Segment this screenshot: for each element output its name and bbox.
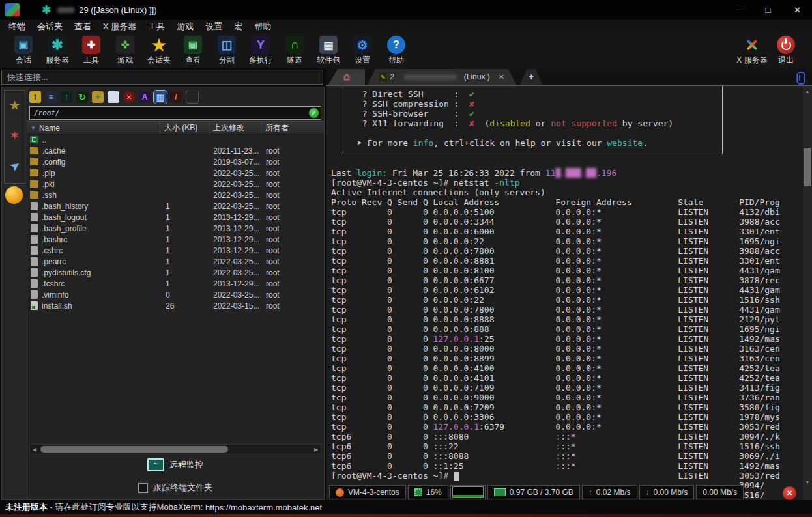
- menu-item-6[interactable]: 设置: [199, 20, 228, 34]
- file-row[interactable]: .bash_profile12013-12-29...root: [27, 223, 324, 234]
- toolbar-games-button[interactable]: ✜游戏: [108, 34, 142, 66]
- titlebar: ✱ 29 ([Jason (Linux) ]]) − □ ✕: [0, 0, 812, 20]
- file-row[interactable]: .pki2022-03-25...root: [27, 178, 324, 189]
- column-header-3[interactable]: 所有者: [261, 122, 324, 134]
- toolbar-packages-button[interactable]: ▤软件包: [312, 34, 345, 66]
- file-row[interactable]: .pydistutils.cfg12022-03-25...root: [27, 267, 324, 278]
- file-row[interactable]: ..: [27, 134, 324, 145]
- multiexec-icon: Y: [252, 36, 270, 54]
- close-button[interactable]: ✕: [783, 0, 812, 20]
- toolbar-tunnel-button[interactable]: ∩隧道: [278, 34, 312, 66]
- menu-item-4[interactable]: 工具: [142, 20, 171, 34]
- maximize-button[interactable]: □: [753, 0, 783, 20]
- file-row[interactable]: .ssh2022-03-25...root: [27, 189, 324, 201]
- menu-item-0[interactable]: 终端: [3, 20, 31, 34]
- new-file-icon[interactable]: [108, 91, 119, 103]
- monitor-icon: ~: [147, 458, 164, 471]
- file-row[interactable]: .pearrc12022-03-25...root: [27, 256, 324, 267]
- terminal-line: tcp 0 0 0.0.0.0:22 0.0.0.0:* LISTEN 1695…: [331, 236, 780, 246]
- minimize-button[interactable]: −: [724, 0, 753, 20]
- toolbar-multiexec-button[interactable]: Y多执行: [244, 34, 278, 66]
- app-logo-icon: [5, 3, 20, 16]
- menu-item-2[interactable]: 查看: [68, 20, 97, 34]
- new-folder-icon[interactable]: +: [92, 91, 104, 103]
- column-header-0[interactable]: ▼Name: [27, 122, 160, 134]
- tab-home[interactable]: ⌂: [328, 69, 365, 85]
- path-input[interactable]: /root/: [30, 109, 309, 117]
- remote-monitoring-button[interactable]: ~ 远程监控: [27, 456, 324, 473]
- menu-bar: 终端会话夹查看X 服务器工具游戏设置宏帮助: [0, 20, 812, 34]
- menu-item-7[interactable]: 宏: [228, 20, 248, 34]
- upload-value: 0.02 Mb/s: [596, 488, 631, 497]
- upload-icon[interactable]: ↑: [61, 91, 72, 103]
- checkbox-icon[interactable]: [138, 483, 148, 493]
- toolbar-settings-button[interactable]: ⚙设置: [345, 34, 379, 66]
- toolbar-split-button[interactable]: ◫分割: [210, 34, 244, 66]
- toolbar-help-label: 帮助: [388, 55, 404, 66]
- scroll-right-button[interactable]: ▶: [312, 445, 321, 454]
- file-icon: [31, 235, 38, 244]
- tab-session-2[interactable]: ✎ 2. (Linux ) ✕: [368, 69, 516, 85]
- file-row[interactable]: .pip2022-03-25...root: [27, 167, 324, 178]
- terminal[interactable]: ? Direct SSH : ✔ ? SSH compression : ✘ ?…: [326, 86, 812, 500]
- file-table-header: ▼Name大小 (KB)上次修改所有者: [27, 121, 324, 135]
- scrollbar-thumb[interactable]: [804, 148, 811, 186]
- hscrollbar-thumb[interactable]: [40, 446, 228, 453]
- upload-slot-icon[interactable]: ≡: [45, 91, 57, 103]
- refresh-icon[interactable]: ↻: [76, 91, 88, 103]
- frame-icon[interactable]: [186, 91, 199, 104]
- column-header-2[interactable]: 上次修改: [209, 122, 261, 134]
- column-header-1[interactable]: 大小 (KB): [160, 122, 209, 134]
- toolbar-help-button[interactable]: ?帮助: [379, 34, 413, 66]
- menu-item-3[interactable]: X 服务器: [97, 20, 142, 34]
- menu-item-5[interactable]: 游戏: [171, 20, 199, 34]
- toolbar-servers-label: 服务器: [46, 55, 69, 66]
- toolbar-servers-button[interactable]: ✱服务器: [40, 34, 74, 66]
- horizontal-scrollbar[interactable]: ◀ ▶: [29, 444, 321, 454]
- toolbar-sessions-button[interactable]: ★会话夹: [142, 34, 176, 66]
- file-row[interactable]: install.sh262022-03-15...root: [27, 300, 324, 311]
- file-row[interactable]: .bashrc12013-12-29...root: [27, 234, 324, 245]
- macros-plane-button[interactable]: ➤: [5, 150, 25, 180]
- rename-icon[interactable]: A: [139, 91, 151, 103]
- path-go-button[interactable]: ✓: [309, 108, 319, 118]
- download-folder-icon[interactable]: t: [29, 91, 41, 103]
- terminal-scrollbar[interactable]: ▲ ▼: [803, 86, 812, 500]
- terminal-close-button[interactable]: ✕: [783, 486, 796, 500]
- menu-item-8[interactable]: 帮助: [248, 20, 277, 34]
- file-row[interactable]: .cshrc12013-12-29...root: [27, 245, 324, 256]
- sftp-ball-icon[interactable]: [5, 186, 23, 204]
- follow-terminal-folder-checkbox[interactable]: 跟踪终端文件夹: [27, 481, 324, 495]
- tools-knife-button[interactable]: ✶: [5, 120, 25, 150]
- delete-icon[interactable]: ✕: [123, 91, 135, 103]
- magic-wand-icon[interactable]: /: [170, 91, 182, 103]
- file-row[interactable]: .viminfo02022-03-25...root: [27, 289, 324, 300]
- terminal-line: ? Direct SSH : ✔: [352, 89, 722, 99]
- upload-icon: ↑: [588, 488, 592, 497]
- footer-link[interactable]: https://mobaxterm.mobatek.net: [205, 503, 322, 512]
- scroll-up-button[interactable]: ▲: [803, 87, 812, 96]
- file-row[interactable]: .tcshrc12013-12-29...root: [27, 278, 324, 289]
- menu-item-1[interactable]: 会话夹: [31, 20, 68, 34]
- toolbar-tools-button[interactable]: ✚工具: [74, 34, 108, 66]
- file-row[interactable]: .bash_logout12013-12-29...root: [27, 212, 324, 223]
- scroll-down-button[interactable]: ▼: [803, 477, 812, 486]
- toolbar-xserver-button[interactable]: X 服务器: [735, 34, 769, 66]
- file-row[interactable]: .config2019-03-07...root: [27, 156, 324, 167]
- folder-icon: [30, 147, 38, 154]
- scroll-left-button[interactable]: ◀: [30, 445, 39, 454]
- quick-connect-input[interactable]: 快速连接...: [1, 70, 323, 85]
- split-view-icon[interactable]: ▥: [154, 91, 166, 103]
- tab-close-icon[interactable]: ✕: [499, 73, 504, 81]
- new-tab-button[interactable]: +: [520, 69, 542, 85]
- file-row[interactable]: .bash_history12022-03-25...root: [27, 201, 324, 212]
- favorites-star-button[interactable]: ★: [5, 91, 25, 120]
- file-row[interactable]: .cache2021-11-23...root: [27, 145, 324, 156]
- toolbar-exit-button[interactable]: 退出: [769, 34, 803, 66]
- toolbar-multiexec-label: 多执行: [249, 55, 272, 66]
- file-list: ...cache2021-11-23...root.config2019-03-…: [27, 134, 324, 311]
- paperclip-icon[interactable]: [796, 72, 805, 85]
- toolbar-view-button[interactable]: ▣查看: [176, 34, 210, 66]
- status-upload: ↑ 0.02 Mb/s: [582, 485, 637, 499]
- toolbar-session-button[interactable]: ▣会话: [7, 34, 40, 66]
